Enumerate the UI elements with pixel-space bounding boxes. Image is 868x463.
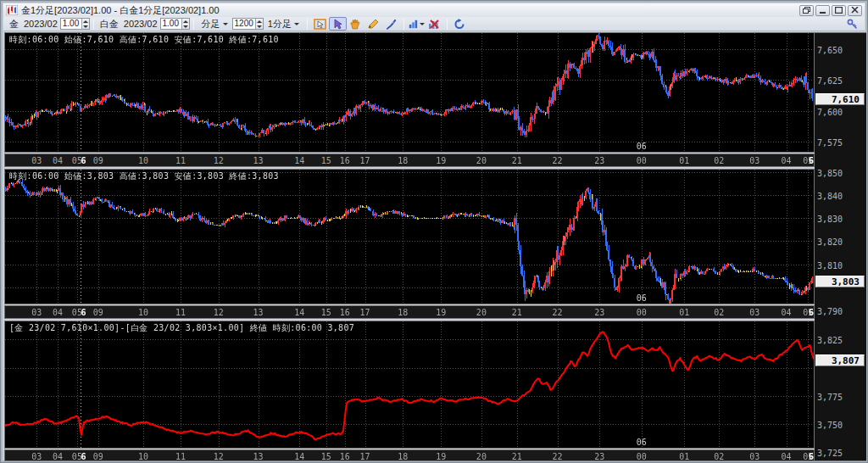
time-axis-label: 12 (214, 308, 224, 317)
date-change-label: 06 (637, 438, 647, 447)
spin-down-icon[interactable] (81, 24, 89, 29)
time-axis-label: 22 (553, 308, 563, 317)
time-axis-label: 09 (93, 156, 103, 165)
window-title: 金1分足[2023/02]1.00 - 白金1分足[2023/02]1.00 (21, 4, 220, 17)
pencil-tool-button[interactable] (364, 17, 382, 31)
wrench-icon (847, 19, 858, 30)
last-price-badge: 3,807 (815, 354, 865, 366)
toolbar-separator (403, 19, 404, 30)
price-axis-label: 3,840 (817, 192, 843, 201)
time-axis-label: 09 (93, 452, 103, 461)
date-edge-mark: 6 (809, 308, 814, 317)
time-axis-label: 14 (294, 452, 304, 461)
time-axis-label: 04 (53, 452, 63, 461)
float-window-button[interactable] (799, 5, 814, 16)
clear-indicators-button[interactable] (426, 17, 443, 31)
time-axis-label: 03 (749, 308, 760, 317)
spin-down-icon[interactable] (255, 24, 263, 29)
chevron-down-icon (294, 23, 299, 25)
time-axis-label: 12 (214, 452, 224, 461)
spin-down-icon[interactable] (181, 24, 189, 29)
minimize-button[interactable] (815, 5, 830, 16)
platinum-multiplier-spinner[interactable]: 1.00 (160, 18, 190, 30)
platinum-candle-chart[interactable]: 時刻:06:00 始値:3,803 高値:3,803 安値:3,803 終値:3… (4, 169, 815, 304)
spread-line-chart[interactable]: [金 23/02 7,610×1.00]-[白金 23/02 3,803×1.0… (4, 321, 815, 449)
time-axis-label: 18 (398, 308, 408, 317)
price-axis-column: 7,6507,6257,6007,5757,6103,8503,8403,830… (815, 32, 866, 461)
time-axis-label: 11 (175, 156, 186, 165)
bar-chart-icon (409, 19, 418, 30)
gold-candle-chart[interactable]: 時刻:06:00 始値:7,610 高値:7,610 安値:7,610 終値:7… (4, 32, 815, 153)
time-axis-label: 11 (175, 452, 186, 461)
cursor-icon (332, 19, 343, 30)
price-axis-label: 7,600 (817, 108, 843, 117)
maximize-button[interactable] (832, 5, 846, 16)
price-axis-label: 3,825 (817, 336, 843, 345)
cursor-tool-button[interactable] (329, 17, 347, 31)
time-axis-label: 01 (679, 452, 689, 461)
time-axis-label: 20 (476, 156, 487, 165)
date-edge-mark: 6 (81, 452, 86, 461)
time-axis-label: 12 (214, 156, 224, 165)
time-axis-label: 03 (749, 156, 760, 165)
price-axis-label: 3,820 (817, 237, 843, 247)
price-axis-label: 3,830 (817, 215, 843, 224)
date-edge-mark: 6 (809, 452, 814, 461)
time-axis-label: 13 (253, 452, 264, 461)
time-axis-label: 17 (359, 156, 370, 165)
time-axis-label: 04 (782, 452, 792, 461)
time-axis-label: 04 (53, 308, 63, 317)
close-button[interactable] (848, 5, 862, 16)
chart-select-icon (314, 19, 326, 30)
toolbar-separator (447, 19, 448, 30)
date-edge-mark: 6 (809, 156, 814, 165)
time-axis-label: 09 (93, 308, 103, 317)
refresh-button[interactable] (451, 17, 469, 31)
time-axis-label: 10 (138, 452, 148, 461)
toolbar: 金 2023/02 1.00 白金 2023/02 1.00 分足 1200 1… (3, 17, 865, 31)
bar-count-spinner[interactable]: 1200 (232, 18, 264, 30)
time-axis-label: 19 (436, 156, 446, 165)
pen-tool-button[interactable] (382, 17, 400, 31)
title-bar: 金1分足[2023/02]1.00 - 白金1分足[2023/02]1.00 (3, 3, 865, 17)
time-axis-label: 20 (476, 452, 487, 461)
indicator-chart-button[interactable] (408, 17, 426, 31)
price-axis-label: 3,725 (817, 449, 843, 458)
bar-type-dropdown[interactable]: 分足 (198, 18, 232, 31)
time-axis-label: 21 (512, 308, 522, 317)
time-axis-label: 22 (553, 156, 563, 165)
pen-icon (385, 19, 397, 30)
time-axis-label: 20 (476, 308, 487, 317)
chevron-down-icon (420, 23, 425, 25)
time-axis-label: 16 (340, 156, 350, 165)
time-axis-label: 00 (637, 452, 647, 461)
time-axis-label: 15 (321, 452, 331, 461)
toolbar-separator (193, 19, 194, 30)
chevron-down-icon (223, 23, 228, 25)
time-axis-label: 10 (138, 156, 148, 165)
time-axis-label: 15 (321, 156, 331, 165)
platinum-multiplier-value: 1.00 (161, 19, 181, 29)
time-axis-label: 11 (175, 308, 186, 317)
gold-symbol-label: 金 (9, 18, 19, 31)
gold-ohlc-readout: 時刻:06:00 始値:7,610 高値:7,610 安値:7,610 終値:7… (9, 34, 279, 46)
date-edge-mark: 6 (81, 308, 86, 317)
time-axis-label: 18 (398, 156, 408, 165)
time-axis-label: 04 (53, 156, 63, 165)
time-axis-label: 04 (782, 156, 792, 165)
time-axis-label: 03 (749, 452, 760, 461)
price-axis-label: 3,775 (817, 393, 843, 402)
chart-select-tool-button[interactable] (311, 17, 329, 31)
settings-wrench-button[interactable] (843, 17, 861, 31)
time-axis-label: 17 (359, 452, 370, 461)
time-axis-label: 02 (714, 452, 724, 461)
time-axis-label: 18 (398, 452, 408, 461)
spread-time-axis: 0304050910111213141516171819202122230001… (4, 449, 815, 461)
date-change-label: 06 (637, 142, 647, 151)
gold-multiplier-spinner[interactable]: 1.00 (60, 18, 90, 30)
date-change-label: 06 (637, 293, 647, 303)
toolbar-separator (93, 19, 94, 30)
pan-tool-button[interactable] (347, 17, 364, 31)
interval-dropdown[interactable]: 1分足 (264, 18, 303, 31)
platinum-contract-month: 2023/02 (124, 19, 158, 29)
